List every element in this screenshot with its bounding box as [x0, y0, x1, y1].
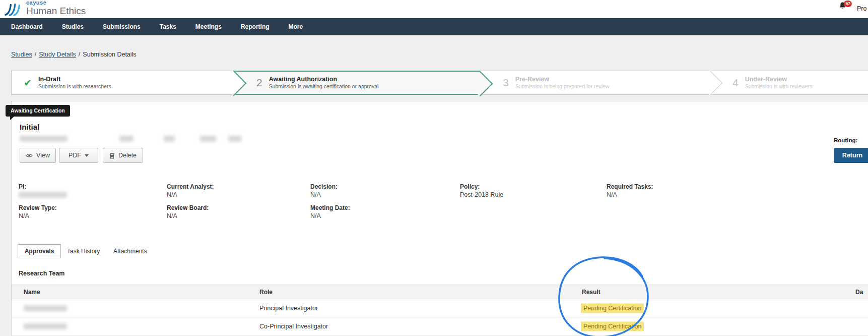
- field-pi-label: PI:: [19, 183, 26, 190]
- col-name-header: Name: [24, 289, 40, 296]
- step-text: Under-Review Submission is with reviewer…: [745, 76, 813, 90]
- caret-down-icon: [85, 154, 89, 157]
- step-in-draft: ✔ In-Draft Submission is with researcher…: [11, 71, 234, 95]
- redacted-text: [119, 136, 133, 142]
- field-review-type-value: N/A: [19, 212, 29, 219]
- redacted-text: [228, 136, 241, 142]
- step-text: In-Draft Submission is with researchers: [38, 76, 111, 90]
- step-number: 2: [256, 77, 262, 89]
- brand-wordmark: cayuse: [26, 0, 86, 6]
- app-header: cayuse Human Ethics 57 Pro: [0, 0, 868, 18]
- result-badge: Pending Certification: [581, 321, 644, 331]
- result-badge: Pending Certification: [581, 303, 644, 313]
- nav-studies[interactable]: Studies: [62, 23, 84, 30]
- brand: cayuse Human Ethics: [4, 0, 86, 17]
- field-review-board-label: Review Board:: [167, 204, 209, 211]
- step-subtitle-under-review: Submission is with reviewers: [745, 83, 813, 90]
- eye-icon: [26, 153, 33, 158]
- step-complete-check-icon: ✔: [24, 77, 32, 89]
- field-current-analyst-label: Current Analyst:: [167, 183, 214, 190]
- pdf-dropdown-button[interactable]: PDF: [59, 148, 98, 163]
- product-name: Human Ethics: [26, 6, 86, 16]
- step-text: Pre-Review Submission is being prepared …: [515, 76, 610, 90]
- field-review-board-value: N/A: [167, 212, 177, 219]
- field-current-analyst-value: N/A: [167, 191, 177, 198]
- field-review-type-label: Review Type:: [19, 204, 57, 211]
- research-team-row: Co-Principal Investigator Pending Certif…: [12, 317, 868, 335]
- nav-more[interactable]: More: [289, 23, 303, 30]
- row-role: Co-Principal Investigator: [259, 323, 328, 330]
- delete-button-label: Delete: [118, 152, 137, 159]
- breadcrumb-separator: /: [35, 51, 36, 58]
- field-meeting-date-value: N/A: [310, 212, 321, 219]
- field-decision-value: N/A: [310, 191, 321, 198]
- step-number: 4: [732, 77, 739, 89]
- routing-label: Routing:: [834, 137, 857, 143]
- tab-task-history[interactable]: Task History: [67, 244, 100, 258]
- nav-tasks[interactable]: Tasks: [160, 23, 176, 30]
- step-pre-review: 3 Pre-Review Submission is being prepare…: [481, 71, 710, 95]
- field-required-tasks-label: Required Tasks:: [607, 183, 653, 190]
- row-role: Principal Investigator: [259, 305, 318, 312]
- redacted-pi-value: [19, 192, 67, 198]
- submission-title: Initial: [20, 123, 39, 132]
- brand-text: cayuse Human Ethics: [26, 0, 86, 16]
- nav-meetings[interactable]: Meetings: [195, 23, 222, 30]
- tab-approvals[interactable]: Approvals: [18, 244, 61, 258]
- step-subtitle-pre-review: Submission is being prepared for review: [515, 83, 610, 90]
- col-date-header: Da: [855, 289, 863, 296]
- step-subtitle-in-draft: Submission is with researchers: [38, 83, 111, 90]
- notification-count-badge: 57: [844, 1, 852, 7]
- breadcrumb-studies[interactable]: Studies: [11, 51, 32, 58]
- step-title-in-draft: In-Draft: [38, 76, 111, 83]
- col-role-header: Role: [259, 289, 273, 296]
- field-policy-label: Policy:: [460, 183, 480, 190]
- step-title-under-review: Under-Review: [745, 76, 813, 83]
- breadcrumb-current: Submission Details: [83, 51, 136, 58]
- submission-card: Initial View PDF Delete Routing: Return: [11, 101, 868, 336]
- research-team-table: Name Role Result Da Principal Investigat…: [12, 285, 868, 335]
- field-decision-label: Decision:: [310, 183, 338, 190]
- nav-submissions[interactable]: Submissions: [103, 23, 141, 30]
- step-text: Awaiting Authorization Submission is awa…: [269, 76, 379, 90]
- tab-attachments[interactable]: Attachments: [113, 244, 147, 258]
- nav-dashboard[interactable]: Dashboard: [11, 23, 43, 30]
- workflow-stepper: ✔ In-Draft Submission is with researcher…: [11, 71, 868, 95]
- pdf-button-label: PDF: [69, 152, 81, 159]
- return-button[interactable]: Return: [834, 148, 868, 163]
- field-required-tasks-value: N/A: [607, 191, 617, 198]
- breadcrumb-separator: /: [79, 51, 80, 58]
- research-team-heading: Research Team: [19, 270, 65, 277]
- breadcrumb-study-details[interactable]: Study Details: [39, 51, 76, 58]
- delete-button[interactable]: Delete: [103, 148, 143, 163]
- research-team-row: Principal Investigator Pending Certifica…: [12, 299, 868, 317]
- status-tooltip: Awaiting Certification: [6, 105, 70, 117]
- redacted-name: [24, 323, 67, 329]
- products-menu[interactable]: Pro: [857, 5, 866, 12]
- col-result-header: Result: [582, 289, 600, 296]
- redacted-name: [24, 305, 67, 311]
- step-number: 3: [503, 77, 509, 89]
- submission-details-page: cayuse Human Ethics 57 Pro Dashboard Stu…: [0, 0, 868, 336]
- step-awaiting-authorization: 2 Awaiting Authorization Submission is a…: [234, 71, 481, 95]
- cayuse-logo-icon: [4, 2, 23, 17]
- notifications-button[interactable]: 57: [838, 2, 849, 13]
- step-subtitle-awaiting-authorization: Submission is awaiting certification or …: [269, 83, 379, 90]
- step-title-awaiting-authorization: Awaiting Authorization: [269, 76, 379, 83]
- view-button[interactable]: View: [20, 148, 56, 163]
- table-header: Name Role Result Da: [12, 285, 868, 299]
- redacted-text: [164, 136, 175, 142]
- step-title-pre-review: Pre-Review: [515, 76, 610, 83]
- breadcrumb: Studies/Study Details/Submission Details: [11, 51, 137, 58]
- nav-reporting[interactable]: Reporting: [241, 23, 270, 30]
- view-button-label: View: [36, 152, 50, 159]
- field-meeting-date-label: Meeting Date:: [310, 204, 350, 211]
- field-policy-value: Post-2018 Rule: [460, 191, 503, 198]
- main-nav: Dashboard Studies Submissions Tasks Meet…: [0, 18, 868, 35]
- step-under-review: 4 Under-Review Submission is with review…: [710, 71, 868, 95]
- redacted-text: [200, 136, 216, 142]
- trash-icon: [109, 152, 115, 159]
- redacted-text: [20, 136, 68, 142]
